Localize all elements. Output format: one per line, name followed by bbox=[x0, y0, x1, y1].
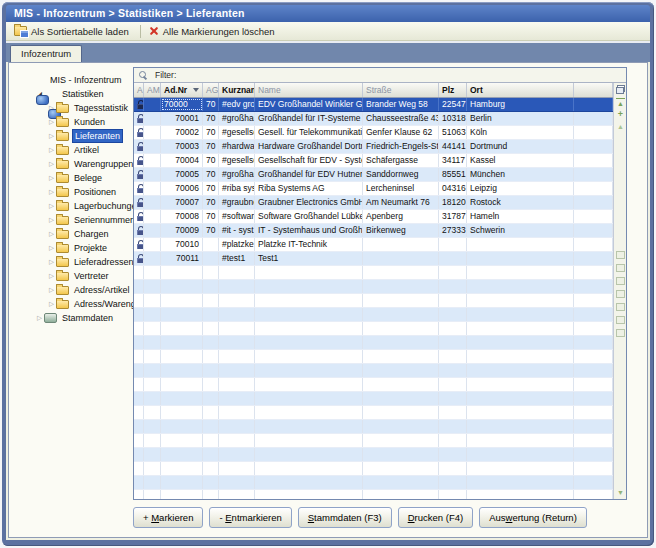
table-row[interactable] bbox=[134, 392, 613, 406]
scroll-up-icon[interactable]: ▲ bbox=[616, 122, 625, 131]
table-row[interactable]: 70006 70 #riba syst Riba Systems AG Lerc… bbox=[134, 182, 613, 196]
expander-icon[interactable] bbox=[47, 297, 56, 311]
header-ag[interactable]: AG bbox=[203, 83, 219, 97]
tree-item-warengruppen[interactable]: Warengruppen bbox=[21, 157, 133, 171]
table-row[interactable] bbox=[134, 462, 613, 476]
expander-icon[interactable] bbox=[47, 171, 56, 185]
expander-icon[interactable] bbox=[35, 311, 44, 325]
load-sort-table-button[interactable]: Als Sortiertabelle laden bbox=[11, 25, 135, 38]
expander-icon[interactable] bbox=[47, 255, 56, 269]
table-row[interactable] bbox=[134, 266, 613, 280]
table-row[interactable] bbox=[134, 336, 613, 350]
header-name[interactable]: Name bbox=[255, 83, 363, 97]
grid-tool-icon[interactable] bbox=[616, 329, 625, 337]
drucken-button[interactable]: Drucken (F4) bbox=[398, 507, 473, 528]
tree-item-chargen[interactable]: Chargen bbox=[21, 227, 133, 241]
expander-icon[interactable] bbox=[47, 269, 56, 283]
tree-item-lieferanten[interactable]: Lieferanten bbox=[21, 129, 133, 143]
lock-icon bbox=[137, 184, 144, 193]
add-row-icon[interactable]: + bbox=[616, 110, 625, 119]
cell-ort bbox=[467, 322, 574, 335]
table-row[interactable]: 70009 70 #it - syst IT - Systemhaus und … bbox=[134, 224, 613, 238]
entmarkieren-button[interactable]: - Entmarkieren bbox=[209, 507, 291, 528]
grid-main: A AM Ad.Nr AG Kurzname Name Straße Plz O… bbox=[134, 83, 613, 499]
table-row[interactable]: 70001 70 #großhande Großhandel für IT-Sy… bbox=[134, 112, 613, 126]
grid-tool-icon[interactable] bbox=[616, 316, 625, 324]
scroll-to-top-icon[interactable]: ▲ bbox=[616, 98, 625, 108]
column-chooser-icon[interactable] bbox=[616, 85, 625, 94]
table-row[interactable] bbox=[134, 490, 613, 499]
grid-tool-icon[interactable] bbox=[616, 251, 625, 259]
table-row[interactable] bbox=[134, 294, 613, 308]
table-row[interactable] bbox=[134, 476, 613, 490]
expander-icon[interactable] bbox=[47, 157, 56, 171]
table-row[interactable] bbox=[134, 350, 613, 364]
tab-infozentrum[interactable]: Infozentrum bbox=[10, 45, 82, 62]
cell-strasse bbox=[363, 434, 439, 447]
expander-icon[interactable] bbox=[47, 199, 56, 213]
tree-item-projekte[interactable]: Projekte bbox=[21, 241, 133, 255]
header-ort[interactable]: Ort bbox=[467, 83, 574, 97]
table-row[interactable]: 70007 70 #graubner Graubner Electronics … bbox=[134, 196, 613, 210]
table-row[interactable]: 70003 70 #hardware Hardware Großhandel D… bbox=[134, 140, 613, 154]
table-row[interactable]: 70010 #platzke i Platzke IT-Technik bbox=[134, 238, 613, 252]
node-icon bbox=[56, 230, 69, 239]
tree-item-belege[interactable]: Belege bbox=[21, 171, 133, 185]
expander-icon[interactable] bbox=[47, 283, 56, 297]
table-row[interactable]: 70002 70 #gesellsch Gesell. für Telekomm… bbox=[134, 126, 613, 140]
tree-item-positionen[interactable]: Positionen bbox=[21, 185, 133, 199]
tree-item-kunden[interactable]: Kunden bbox=[21, 115, 133, 129]
cell-name bbox=[255, 448, 363, 461]
cell-lock bbox=[134, 280, 144, 293]
table-row[interactable]: 70000 70 #edv großh EDV Großhandel Winkl… bbox=[134, 98, 613, 112]
table-row[interactable] bbox=[134, 322, 613, 336]
clear-marks-button[interactable]: Alle Markierungen löschen bbox=[146, 25, 281, 38]
tree-item-lagerbuchungen[interactable]: Lagerbuchungen bbox=[21, 199, 133, 213]
cell-plz: 34117 bbox=[439, 154, 467, 167]
header-adnr[interactable]: Ad.Nr bbox=[161, 83, 203, 97]
tree-item-stammdaten[interactable]: Stammdaten bbox=[21, 311, 133, 325]
tree-item-adress-warengruppen[interactable]: Adress/Warengruppen bbox=[21, 297, 133, 311]
filter-row[interactable]: Filter: bbox=[134, 68, 626, 83]
header-plz[interactable]: Plz bbox=[439, 83, 467, 97]
expander-icon[interactable] bbox=[47, 241, 56, 255]
cell-kurzname bbox=[219, 266, 255, 279]
expander-icon[interactable] bbox=[47, 185, 56, 199]
cell-filler bbox=[574, 126, 613, 139]
header-strasse[interactable]: Straße bbox=[363, 83, 439, 97]
header-kurzname[interactable]: Kurzname bbox=[219, 83, 255, 97]
table-row[interactable] bbox=[134, 434, 613, 448]
table-row[interactable]: 70004 70 #gesellsch Gesellschaft für EDV… bbox=[134, 154, 613, 168]
grid-tool-icon[interactable] bbox=[616, 277, 625, 285]
table-row[interactable] bbox=[134, 280, 613, 294]
table-row[interactable]: 70008 70 #software Software Großhandel L… bbox=[134, 210, 613, 224]
markieren-button[interactable]: + Markieren bbox=[133, 507, 203, 528]
table-row[interactable] bbox=[134, 308, 613, 322]
tree-item-seriennummern[interactable]: Seriennummern bbox=[21, 213, 133, 227]
tree-item-lieferadressen[interactable]: Lieferadressen bbox=[21, 255, 133, 269]
table-row[interactable] bbox=[134, 364, 613, 378]
table-row[interactable]: 70005 70 #großhande Großhandel für EDV H… bbox=[134, 168, 613, 182]
auswertung-button[interactable]: Auswertung (Return) bbox=[479, 507, 587, 528]
cell-plz: 04316 bbox=[439, 182, 467, 195]
expander-icon[interactable] bbox=[47, 227, 56, 241]
grid-tool-icon[interactable] bbox=[616, 290, 625, 298]
stammdaten-button[interactable]: Stammdaten (F3) bbox=[298, 507, 392, 528]
table-row[interactable]: 70011 #test1 Test1 bbox=[134, 252, 613, 266]
expander-icon[interactable] bbox=[47, 143, 56, 157]
tree-item-adress-artikel[interactable]: Adress/Artikel bbox=[21, 283, 133, 297]
header-am[interactable]: AM bbox=[144, 83, 161, 97]
expander-icon[interactable] bbox=[47, 129, 56, 143]
table-row[interactable] bbox=[134, 448, 613, 462]
tree-item-mis-infozentrum[interactable]: MIS - Infozentrum bbox=[21, 73, 133, 87]
table-row[interactable] bbox=[134, 378, 613, 392]
tree-item-artikel[interactable]: Artikel bbox=[21, 143, 133, 157]
grid-tool-icon[interactable] bbox=[616, 264, 625, 272]
grid-tool-icon[interactable] bbox=[616, 303, 625, 311]
tree-item-vertreter[interactable]: Vertreter bbox=[21, 269, 133, 283]
table-row[interactable] bbox=[134, 420, 613, 434]
table-row[interactable] bbox=[134, 406, 613, 420]
header-a[interactable]: A bbox=[134, 83, 144, 97]
scroll-to-bottom-icon[interactable]: ▼ bbox=[616, 488, 625, 497]
expander-icon[interactable] bbox=[47, 213, 56, 227]
